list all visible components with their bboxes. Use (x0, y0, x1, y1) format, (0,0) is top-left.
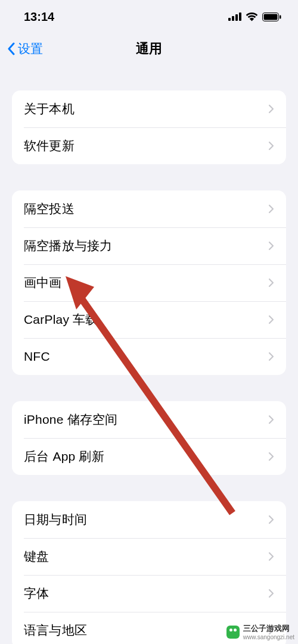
watermark-text: 三公子游戏网 (243, 623, 294, 634)
chevron-right-icon (268, 278, 274, 287)
status-indicators (228, 12, 281, 21)
svg-rect-6 (280, 15, 281, 18)
svg-rect-0 (228, 18, 231, 21)
settings-group-connectivity: 隔空投送 隔空播放与接力 画中画 CarPlay 车载 NFC (12, 190, 286, 375)
page-title: 通用 (0, 40, 298, 58)
row-airdrop[interactable]: 隔空投送 (12, 190, 286, 227)
row-label: CarPlay 车载 (24, 311, 98, 328)
settings-content: 关于本机 软件更新 隔空投送 隔空播放与接力 画中画 CarPlay 车载 NF… (0, 90, 298, 644)
row-carplay[interactable]: CarPlay 车载 (12, 301, 286, 338)
navigation-bar: 设置 通用 (0, 33, 298, 64)
settings-group-storage: iPhone 储存空间 后台 App 刷新 (12, 401, 286, 475)
row-label: 画中画 (24, 274, 62, 291)
chevron-right-icon (268, 241, 274, 251)
wifi-icon (246, 12, 258, 21)
row-label: 语言与地区 (24, 622, 87, 639)
watermark-url: www.sangongzi.net (243, 634, 294, 640)
chevron-right-icon (268, 589, 274, 598)
settings-group-about: 关于本机 软件更新 (12, 90, 286, 164)
chevron-right-icon (268, 452, 274, 461)
svg-rect-1 (232, 16, 234, 21)
chevron-right-icon (268, 315, 274, 324)
row-date-time[interactable]: 日期与时间 (12, 501, 286, 538)
row-background-app-refresh[interactable]: 后台 App 刷新 (12, 438, 286, 475)
back-label: 设置 (18, 40, 43, 57)
row-label: 字体 (24, 585, 49, 602)
back-button[interactable]: 设置 (7, 40, 43, 57)
row-iphone-storage[interactable]: iPhone 储存空间 (12, 401, 286, 438)
svg-rect-3 (239, 12, 241, 21)
row-label: 关于本机 (24, 101, 74, 117)
cellular-signal-icon (228, 12, 241, 21)
row-label: iPhone 储存空间 (24, 411, 117, 428)
chevron-right-icon (268, 352, 274, 361)
row-keyboard[interactable]: 键盘 (12, 538, 286, 575)
row-about[interactable]: 关于本机 (12, 90, 286, 127)
battery-icon (262, 12, 281, 21)
chevron-right-icon (268, 204, 274, 214)
status-time: 13:14 (24, 10, 54, 24)
row-picture-in-picture[interactable]: 画中画 (12, 264, 286, 301)
row-label: 键盘 (24, 548, 49, 565)
row-label: NFC (24, 349, 50, 364)
svg-rect-2 (235, 14, 238, 21)
row-label: 隔空投送 (24, 201, 74, 217)
row-fonts[interactable]: 字体 (12, 575, 286, 612)
row-nfc[interactable]: NFC (12, 338, 286, 375)
watermark: 三公子游戏网 www.sangongzi.net (226, 623, 294, 640)
chevron-right-icon (268, 515, 274, 524)
row-label: 软件更新 (24, 137, 74, 154)
row-airplay-handoff[interactable]: 隔空播放与接力 (12, 227, 286, 264)
status-bar: 13:14 (0, 0, 298, 33)
chevron-right-icon (268, 415, 274, 424)
row-label: 隔空播放与接力 (24, 237, 112, 254)
svg-rect-5 (264, 14, 278, 20)
chevron-right-icon (268, 104, 274, 114)
row-software-update[interactable]: 软件更新 (12, 127, 286, 164)
row-label: 日期与时间 (24, 511, 87, 528)
chevron-right-icon (268, 552, 274, 561)
watermark-logo-icon (226, 626, 240, 639)
chevron-left-icon (7, 42, 15, 55)
row-label: 后台 App 刷新 (24, 448, 104, 465)
settings-group-date-lang: 日期与时间 键盘 字体 语言与地区 (12, 501, 286, 644)
chevron-right-icon (268, 141, 274, 151)
